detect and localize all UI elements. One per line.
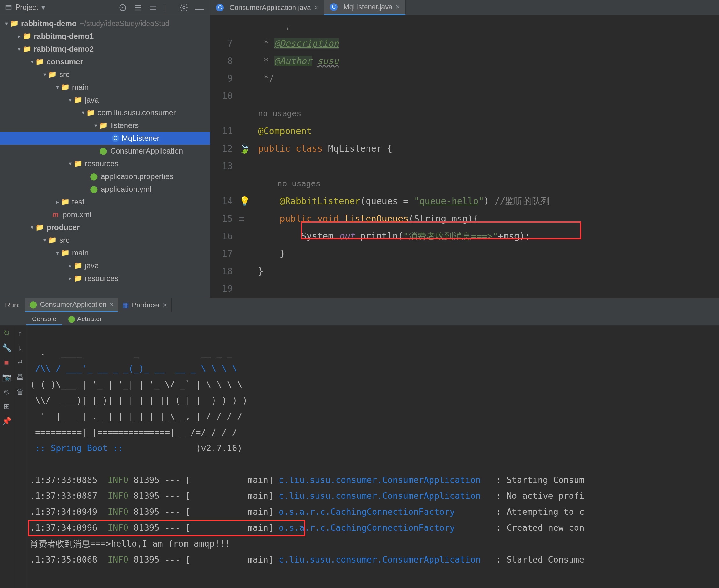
code-text: } (258, 266, 264, 276)
code-text: @RabbitListener (280, 196, 360, 206)
trash-icon[interactable]: 🗑 (16, 387, 24, 396)
class-icon: C (111, 134, 119, 142)
tree-item-producer-java[interactable]: ▸📁java (0, 259, 210, 272)
code-text: @Component (258, 122, 719, 140)
tree-item-listeners[interactable]: ▾📁listeners (0, 119, 210, 132)
tab-consumer-application[interactable]: C ConsumerApplication.java × (210, 0, 324, 15)
tree-root[interactable]: ▾📁rabbitmq-demo~/study/ideaStudy/ideaStu… (0, 17, 210, 30)
console-line: .1:37:33:0885 INFO 81395 --- [ main] c.l… (30, 475, 584, 485)
run-tab-label: ConsumerApplication (40, 300, 106, 309)
console-highlighted-line: 肖费者收到消息===>hello,I am from amqp!!! (30, 539, 230, 548)
tree-item-producer-resources[interactable]: ▸📁resources (0, 272, 210, 285)
tree-item-consumer[interactable]: ▾📁consumer (0, 56, 210, 68)
run-tab-producer[interactable]: ▦ Producer × (118, 298, 171, 312)
expand-all-icon[interactable] (133, 3, 142, 12)
tree-item-label: resources (85, 274, 118, 283)
tree-item-label: java (85, 96, 99, 104)
print-icon[interactable]: 🖶 (16, 373, 24, 382)
gutter-icons: 🍃 💡 ≡ (239, 15, 258, 297)
code-text: * (258, 38, 274, 49)
implements-icon[interactable]: ≡ (239, 213, 244, 224)
tree-item-package[interactable]: ▾📁com.liu.susu.consumer (0, 106, 210, 119)
camera-icon[interactable]: 📷 (2, 373, 11, 382)
editor-tabs: C ConsumerApplication.java × C MqListene… (210, 0, 719, 15)
tab-mqlistener[interactable]: C MqListener.java × (324, 0, 406, 15)
tree-item-demo2[interactable]: ▾📁rabbitmq-demo2 (0, 43, 210, 56)
code-text: void (317, 213, 344, 224)
console-tab[interactable]: Console (26, 312, 62, 325)
tree-item-demo1[interactable]: ▸📁rabbitmq-demo1 (0, 30, 210, 43)
down-icon[interactable]: ↓ (16, 343, 24, 352)
close-icon[interactable]: × (314, 3, 319, 12)
code-text: public (258, 143, 296, 154)
pin-icon[interactable]: 📌 (2, 417, 11, 425)
tree-item-app-yml[interactable]: ⬤application.yml (0, 183, 210, 195)
tab-label: MqListener.java (343, 3, 392, 11)
wrench-icon[interactable]: 🔧 (2, 343, 11, 352)
run-tab-consumer-application[interactable]: ⬤ ConsumerApplication × (25, 298, 118, 312)
console-line: ' |____| .__|_| |_|_| |_\__, | / / / / (30, 411, 242, 421)
tree-item-label: application.properties (101, 172, 173, 181)
tree-item-pom[interactable]: mpom.xml (0, 208, 210, 221)
tree-item-label: MqListener (122, 134, 160, 143)
up-icon[interactable]: ↑ (16, 329, 24, 338)
tree-item-label: ConsumerApplication (110, 147, 183, 155)
console-line: . ____ _ __ _ _ (30, 348, 232, 357)
intention-bulb-icon[interactable]: 💡 (239, 196, 250, 206)
tree-item-path: ~/study/ideaStudy/ideaStud (80, 19, 169, 28)
code-text: " (478, 196, 484, 206)
tab-label: ConsumerApplication.java (229, 3, 311, 12)
tree-item-label: rabbitmq-demo (21, 19, 77, 28)
tree-item-label: src (59, 70, 69, 79)
tree-item-resources[interactable]: ▾📁resources (0, 158, 210, 170)
actuator-tab[interactable]: ⬤ Actuator (62, 312, 108, 325)
tree-item-src[interactable]: ▾📁src (0, 68, 210, 81)
locate-icon[interactable] (118, 3, 127, 12)
tree-item-consumerapp[interactable]: ⬤ConsumerApplication (0, 145, 210, 158)
tree-item-producer-main[interactable]: ▾📁main (0, 247, 210, 259)
close-icon[interactable]: × (109, 300, 114, 309)
stop-icon[interactable]: ■ (2, 358, 11, 367)
console-line: =========|_|==============|___/=/_/_/_/ (30, 427, 237, 437)
tree-item-label: main (72, 249, 88, 257)
gear-icon[interactable] (180, 3, 188, 12)
spring-config-icon: ⬤ (89, 185, 98, 194)
tree-item-label: application.yml (101, 185, 151, 194)
code-text (258, 158, 719, 175)
project-panel-header: Project ▾ | — (0, 0, 210, 15)
console-line: :: Spring Boot :: (30, 443, 128, 453)
tree-item-java[interactable]: ▾📁java (0, 93, 210, 106)
run-toolbar-left: ↻ 🔧 ■ 📷 ⎋ ⊞ 📌 (0, 326, 14, 588)
spring-icon: ⬤ (99, 147, 108, 155)
console-output[interactable]: . ____ _ __ _ _ /\\ / ___'_ __ _ _(_)_ _… (27, 326, 719, 588)
close-icon[interactable]: × (163, 301, 167, 309)
code-text: //监听的队列 (495, 196, 550, 206)
spring-leaf-icon[interactable]: 🍃 (239, 143, 250, 154)
tree-item-app-properties[interactable]: ⬤application.properties (0, 170, 210, 183)
close-icon[interactable]: × (396, 3, 400, 11)
minimize-icon[interactable]: — (195, 3, 204, 12)
tree-item-test[interactable]: ▸📁test (0, 195, 210, 208)
collapse-all-icon[interactable] (149, 3, 158, 12)
rerun-icon[interactable]: ↻ (2, 329, 11, 338)
layout-icon[interactable]: ⊞ (2, 402, 11, 411)
console-line: (v2.7.16) (128, 443, 243, 453)
code-text: @Description (274, 38, 339, 49)
tree-item-producer[interactable]: ▾📁producer (0, 221, 210, 234)
console-line: .1:37:34:0949 INFO 81395 --- [ main] o.s… (30, 507, 584, 517)
usage-hint[interactable]: no usages (258, 105, 719, 122)
project-icon (5, 4, 12, 11)
project-tree[interactable]: ▾📁rabbitmq-demo~/study/ideaStudy/ideaStu… (0, 15, 210, 297)
code-editor[interactable]: 78910111213141516171819 🍃 💡 ≡ , * @Descr… (210, 15, 719, 297)
tree-item-main[interactable]: ▾📁main (0, 81, 210, 93)
tree-item-producer-src[interactable]: ▾📁src (0, 234, 210, 247)
line-numbers: 78910111213141516171819 (210, 15, 239, 297)
tree-item-label: java (85, 261, 99, 270)
usage-hint[interactable]: no usages (277, 179, 320, 188)
code-text: out (339, 231, 355, 241)
soft-wrap-icon[interactable]: ⤶ (16, 358, 24, 367)
project-title[interactable]: Project ▾ (0, 3, 118, 12)
run-label: Run: (0, 301, 25, 309)
exit-icon[interactable]: ⎋ (2, 387, 11, 396)
tree-item-mqlistener[interactable]: CMqListener (0, 132, 210, 145)
